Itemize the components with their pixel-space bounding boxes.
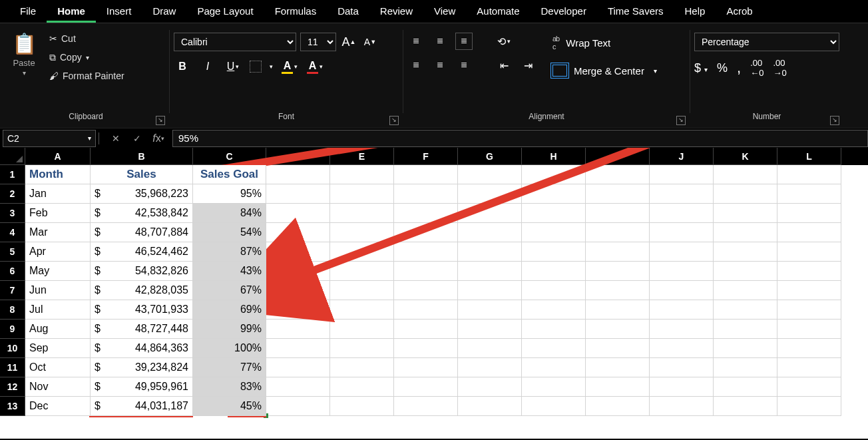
cell-H1[interactable] bbox=[522, 165, 586, 184]
cell-I7[interactable] bbox=[586, 281, 650, 300]
row-header-13[interactable]: 13 bbox=[0, 397, 25, 416]
cell-month-feb[interactable]: Feb bbox=[25, 204, 91, 223]
cancel-formula-icon[interactable]: ✕ bbox=[107, 130, 124, 147]
cell-goal-mar[interactable]: 54% bbox=[193, 223, 266, 242]
cell-D5[interactable] bbox=[266, 242, 330, 262]
cell-L4[interactable] bbox=[777, 223, 841, 242]
cell-sales-mar[interactable]: $48,707,884 bbox=[91, 223, 193, 242]
format-painter-button[interactable]: 🖌 Format Painter bbox=[45, 67, 128, 85]
dialog-launcher-icon[interactable]: ↘ bbox=[156, 116, 165, 125]
align-left-icon[interactable]: ≡ bbox=[407, 57, 425, 74]
menu-item-insert[interactable]: Insert bbox=[96, 1, 142, 23]
cell-I9[interactable] bbox=[586, 320, 650, 339]
cell-F2[interactable] bbox=[394, 184, 458, 204]
percent-format-button[interactable]: % bbox=[717, 61, 728, 75]
cell-I4[interactable] bbox=[586, 223, 650, 242]
row-header-12[interactable]: 12 bbox=[0, 377, 25, 397]
cell-G12[interactable] bbox=[458, 377, 522, 397]
cell-I12[interactable] bbox=[586, 377, 650, 397]
borders-button[interactable] bbox=[250, 61, 262, 73]
cell-L12[interactable] bbox=[777, 377, 841, 397]
cell-G7[interactable] bbox=[458, 281, 522, 300]
cell-F4[interactable] bbox=[394, 223, 458, 242]
header-month[interactable]: Month bbox=[25, 165, 91, 184]
cell-H7[interactable] bbox=[522, 281, 586, 300]
orientation-icon[interactable]: ⟲▾ bbox=[495, 33, 513, 50]
column-header-J[interactable]: J bbox=[650, 148, 714, 165]
cell-J7[interactable] bbox=[650, 281, 714, 300]
cell-D4[interactable] bbox=[266, 223, 330, 242]
cell-H4[interactable] bbox=[522, 223, 586, 242]
cell-G2[interactable] bbox=[458, 184, 522, 204]
cell-J9[interactable] bbox=[650, 320, 714, 339]
cell-H10[interactable] bbox=[522, 339, 586, 358]
cell-L1[interactable] bbox=[777, 165, 841, 184]
cell-E8[interactable] bbox=[330, 300, 394, 320]
cell-L10[interactable] bbox=[777, 339, 841, 358]
cell-D1[interactable] bbox=[266, 165, 330, 184]
cell-I1[interactable] bbox=[586, 165, 650, 184]
cell-K9[interactable] bbox=[714, 320, 777, 339]
cell-J2[interactable] bbox=[650, 184, 714, 204]
row-header-2[interactable]: 2 bbox=[0, 184, 25, 204]
row-header-8[interactable]: 8 bbox=[0, 300, 25, 320]
cell-J1[interactable] bbox=[650, 165, 714, 184]
cell-D13[interactable] bbox=[266, 397, 330, 416]
font-name-select[interactable]: Calibri bbox=[174, 33, 296, 51]
cell-F10[interactable] bbox=[394, 339, 458, 358]
cell-D2[interactable] bbox=[266, 184, 330, 204]
formula-bar[interactable] bbox=[172, 130, 868, 147]
cell-goal-jun[interactable]: 67% bbox=[193, 281, 266, 300]
accounting-format-button[interactable]: $ ▾ bbox=[694, 61, 708, 75]
cell-L13[interactable] bbox=[777, 397, 841, 416]
cell-I6[interactable] bbox=[586, 262, 650, 281]
cell-month-jun[interactable]: Jun bbox=[25, 281, 91, 300]
cell-goal-nov[interactable]: 83% bbox=[193, 377, 266, 397]
menu-item-home[interactable]: Home bbox=[47, 1, 96, 23]
cell-goal-may[interactable]: 43% bbox=[193, 262, 266, 281]
row-header-3[interactable]: 3 bbox=[0, 204, 25, 223]
cell-F9[interactable] bbox=[394, 320, 458, 339]
menu-item-data[interactable]: Data bbox=[327, 1, 369, 23]
cell-month-oct[interactable]: Oct bbox=[25, 358, 91, 377]
cell-L8[interactable] bbox=[777, 300, 841, 320]
cell-sales-nov[interactable]: $49,959,961 bbox=[91, 377, 193, 397]
cell-F12[interactable] bbox=[394, 377, 458, 397]
menu-item-automate[interactable]: Automate bbox=[466, 1, 530, 23]
underline-button[interactable]: U▾ bbox=[224, 58, 242, 75]
cell-L3[interactable] bbox=[777, 204, 841, 223]
cell-sales-aug[interactable]: $48,727,448 bbox=[91, 320, 193, 339]
cell-goal-jul[interactable]: 69% bbox=[193, 300, 266, 320]
cell-J6[interactable] bbox=[650, 262, 714, 281]
decrease-decimal-button[interactable]: .00→0 bbox=[773, 58, 786, 78]
column-header-L[interactable]: L bbox=[777, 148, 841, 165]
dialog-launcher-icon[interactable]: ↘ bbox=[676, 116, 686, 125]
cell-sales-apr[interactable]: $46,524,462 bbox=[91, 242, 193, 262]
row-header-6[interactable]: 6 bbox=[0, 262, 25, 281]
header-sales-goal[interactable]: Sales Goal bbox=[193, 165, 266, 184]
cell-E9[interactable] bbox=[330, 320, 394, 339]
cell-sales-feb[interactable]: $42,538,842 bbox=[91, 204, 193, 223]
cell-J10[interactable] bbox=[650, 339, 714, 358]
accept-formula-icon[interactable]: ✓ bbox=[128, 130, 146, 147]
cell-H3[interactable] bbox=[522, 204, 586, 223]
cut-button[interactable]: ✂ Cut bbox=[45, 30, 128, 47]
cell-F5[interactable] bbox=[394, 242, 458, 262]
cell-H8[interactable] bbox=[522, 300, 586, 320]
name-box[interactable]: C2 ▾ bbox=[3, 130, 96, 147]
cell-D3[interactable] bbox=[266, 204, 330, 223]
row-header-1[interactable]: 1 bbox=[0, 165, 25, 184]
cell-K10[interactable] bbox=[714, 339, 777, 358]
cell-F7[interactable] bbox=[394, 281, 458, 300]
cell-D6[interactable] bbox=[266, 262, 330, 281]
cell-D9[interactable] bbox=[266, 320, 330, 339]
cell-E12[interactable] bbox=[330, 377, 394, 397]
cell-I2[interactable] bbox=[586, 184, 650, 204]
cell-K4[interactable] bbox=[714, 223, 777, 242]
cell-L11[interactable] bbox=[777, 358, 841, 377]
column-header-D[interactable]: D bbox=[266, 148, 330, 165]
column-header-C[interactable]: C bbox=[193, 148, 266, 165]
cell-month-aug[interactable]: Aug bbox=[25, 320, 91, 339]
cell-H9[interactable] bbox=[522, 320, 586, 339]
align-right-icon[interactable]: ≡ bbox=[455, 57, 473, 74]
